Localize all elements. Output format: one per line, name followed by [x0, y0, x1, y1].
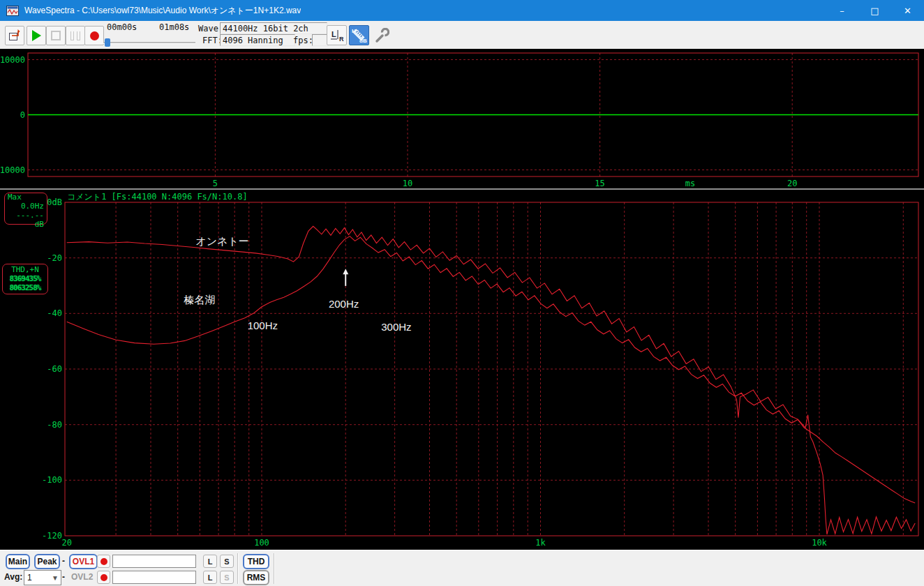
record-icon	[90, 31, 99, 40]
ovl1-record-button[interactable]	[97, 555, 110, 568]
svg-text:20: 20	[61, 538, 71, 548]
time-total: 01m08s	[159, 22, 189, 32]
svg-text:10: 10	[403, 179, 412, 188]
svg-text:10k: 10k	[812, 538, 827, 548]
thd-value-1: 8369435%	[6, 274, 45, 283]
ovl2-s-button[interactable]: S	[220, 571, 234, 584]
max-readout-box: Max 0.0Hz ---.--dB	[4, 193, 47, 225]
open-file-button[interactable]	[5, 26, 24, 45]
spectrum-plot: 201001k10k0dB-20-40-60-80-100-120オンネトー榛名…	[0, 190, 924, 550]
svg-text:100Hz: 100Hz	[248, 320, 278, 331]
svg-text:-40: -40	[47, 308, 62, 318]
main-button[interactable]: Main	[6, 554, 30, 569]
stop-icon	[51, 31, 61, 40]
svg-text:-60: -60	[47, 364, 62, 374]
max-level-value: ---.--dB	[8, 211, 44, 229]
waveform-panel: 51015ms20100000-10000	[0, 49, 924, 188]
svg-text:dB: dB	[359, 38, 367, 44]
thd-label: THD,+N	[6, 265, 45, 274]
bottombar: Main Peak - OVL1 L S THD Avg: 1 ▼ - OVL2…	[0, 550, 924, 586]
play-icon	[32, 30, 41, 41]
rms-mode-button[interactable]: RMS	[243, 570, 269, 585]
max-frequency-value: 0.0Hz	[8, 202, 44, 211]
hz-db-icon: Hz dB	[350, 27, 368, 44]
settings-button[interactable]	[371, 25, 392, 45]
ovl2-record-button[interactable]	[97, 571, 110, 584]
fps-label: fps:	[293, 36, 313, 45]
ovl2-l-button[interactable]: L	[203, 571, 217, 584]
svg-text:5: 5	[213, 179, 218, 188]
avg-label: Avg:	[4, 572, 22, 582]
bottombar-separator-2	[274, 553, 275, 584]
svg-text:-100: -100	[42, 475, 62, 485]
titlebar: WaveSpectra - C:\Users\owl73\Music\Audio…	[0, 0, 924, 21]
svg-text:榛名湖: 榛名湖	[184, 294, 215, 306]
svg-text:L: L	[331, 30, 336, 38]
max-label: Max	[8, 193, 44, 202]
svg-text:-80: -80	[47, 420, 62, 430]
minimize-button[interactable]: –	[826, 0, 858, 21]
ovl2-title-input[interactable]	[112, 571, 196, 584]
ovl1-title-input[interactable]	[112, 555, 196, 568]
pause-icon	[70, 31, 80, 40]
pause-button[interactable]	[66, 26, 85, 45]
ovl1-l-button[interactable]: L	[203, 555, 217, 568]
ovl2-record-icon	[100, 574, 107, 581]
wrench-icon	[374, 28, 389, 43]
svg-text:-20: -20	[47, 253, 62, 263]
svg-text:オンネトー: オンネトー	[195, 235, 248, 247]
wave-format-field: 44100Hz 16bit 2ch	[220, 22, 327, 34]
stop-button[interactable]	[46, 26, 66, 45]
toolbar: 00m00s 01m08s Wave: 44100Hz 16bit 2ch FF…	[0, 21, 924, 50]
chevron-down-icon: ▼	[50, 574, 61, 582]
ovl1-record-icon	[100, 558, 107, 565]
close-button[interactable]: ✕	[891, 0, 924, 21]
time-current: 00m00s	[107, 22, 137, 32]
wavespectra-window: WaveSpectra - C:\Users\owl73\Music\Audio…	[0, 0, 924, 586]
svg-text:100: 100	[254, 538, 269, 548]
thd-mode-button[interactable]: THD	[243, 554, 269, 569]
svg-text:-120: -120	[42, 531, 62, 541]
dash-2: -	[62, 572, 65, 582]
play-button[interactable]	[27, 26, 46, 45]
maximize-button[interactable]: □	[858, 0, 891, 21]
app-icon	[6, 6, 19, 16]
svg-text:15: 15	[595, 179, 604, 188]
waveform-plot: 51015ms20100000-10000	[0, 49, 924, 188]
dash-1: -	[62, 556, 65, 566]
svg-text:ms: ms	[685, 179, 695, 188]
open-file-icon	[8, 29, 22, 42]
position-slider[interactable]	[103, 38, 195, 47]
ovl1-button[interactable]: OVL1	[69, 554, 98, 569]
ovl2-label: OVL2	[71, 572, 93, 582]
avg-value: 1	[24, 573, 50, 583]
svg-text:200Hz: 200Hz	[329, 298, 359, 310]
ovl1-s-button[interactable]: S	[220, 555, 234, 568]
svg-text:300Hz: 300Hz	[381, 321, 411, 333]
svg-text:1k: 1k	[535, 538, 546, 548]
window-title: WaveSpectra - C:\Users\owl73\Music\Audio…	[24, 5, 301, 17]
fft-setting-field: 4096 Hanning	[220, 34, 295, 46]
thd-value-2: 8063258%	[6, 283, 45, 292]
svg-text:R: R	[339, 36, 344, 43]
svg-text:20: 20	[787, 179, 797, 188]
svg-text:10000: 10000	[0, 55, 25, 65]
record-button[interactable]	[84, 26, 104, 45]
svg-text:0dB: 0dB	[47, 197, 62, 207]
spectrum-panel: コメント1 [Fs:44100 N:4096 Fs/N:10.8] 201001…	[0, 190, 924, 550]
slider-track	[103, 42, 195, 44]
slider-thumb[interactable]	[105, 38, 110, 47]
svg-text:-10000: -10000	[0, 165, 25, 175]
channel-lr-button[interactable]: L R	[327, 25, 347, 45]
avg-dropdown[interactable]: 1 ▼	[24, 570, 61, 585]
svg-text:0: 0	[20, 110, 25, 120]
channel-lr-icon: L R	[329, 28, 345, 43]
thd-readout-box: THD,+N 8369435% 8063258%	[2, 264, 48, 294]
bottombar-separator-1	[237, 553, 239, 584]
peak-button[interactable]: Peak	[34, 554, 60, 569]
hz-db-scale-button[interactable]: Hz dB	[349, 25, 369, 45]
